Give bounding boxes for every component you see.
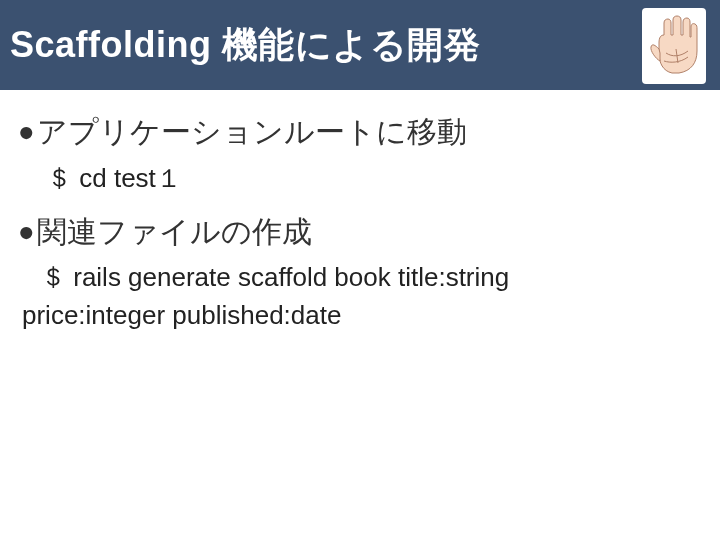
bullet-marker: ● [18, 112, 35, 153]
hand-svg [648, 13, 700, 79]
command-line-1: ＄ cd test１ [46, 158, 698, 198]
title-bar: Scaffolding 機能による開発 [0, 0, 720, 90]
command-text-line2: price:integer published:date [22, 297, 680, 335]
slide-title: Scaffolding 機能による開発 [0, 21, 481, 70]
bullet-label: 関連ファイルの作成 [37, 210, 312, 254]
bullet-label: アプリケーションルートに移動 [37, 110, 467, 154]
hand-icon [642, 8, 706, 84]
bullet-item-2: ● 関連ファイルの作成 [18, 210, 698, 254]
command-block-2: ＄ rails generate scaffold book title:str… [40, 259, 680, 334]
slide: Scaffolding 機能による開発 ● アプリケーションルートに移動 ＄ c… [0, 0, 720, 540]
bullet-marker: ● [18, 212, 35, 253]
bullet-item-1: ● アプリケーションルートに移動 [18, 110, 698, 154]
slide-content: ● アプリケーションルートに移動 ＄ cd test１ ● 関連ファイルの作成 … [18, 108, 698, 335]
command-text-line1: ＄ rails generate scaffold book title:str… [40, 262, 509, 292]
